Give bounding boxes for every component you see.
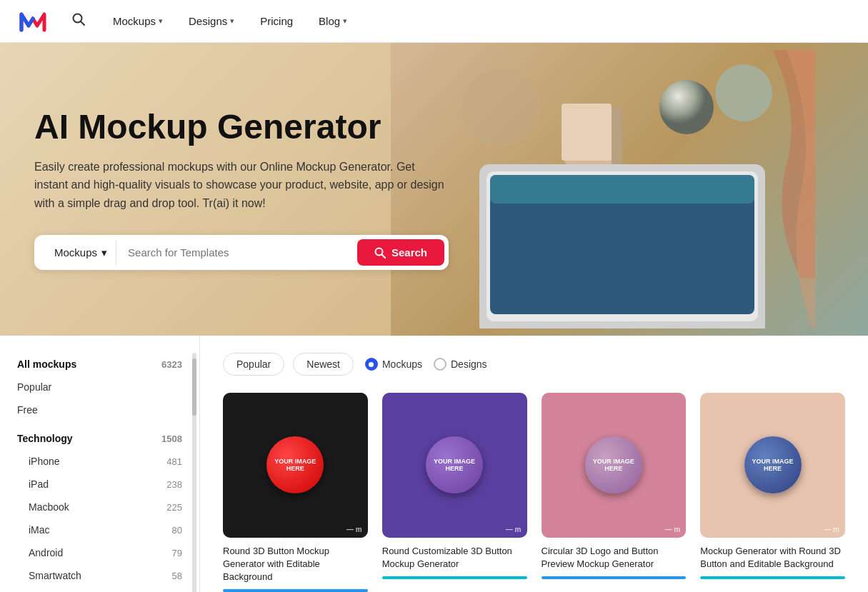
button-3d-container: YOUR IMAGE HERE	[744, 436, 802, 493]
filter-bar: Popular Newest Mockups Designs	[223, 353, 845, 376]
sidebar-item-ipad[interactable]: iPad 238	[0, 473, 199, 496]
hero-section: AI Mockup Generator Easily create profes…	[0, 43, 868, 336]
sidebar-scrollbar[interactable]	[192, 353, 196, 592]
svg-line-1	[81, 21, 84, 25]
filter-mockups-radio[interactable]: Mockups	[365, 358, 422, 371]
svg-line-3	[381, 254, 385, 258]
nav-pricing[interactable]: Pricing	[250, 9, 303, 33]
mockups-radio-circle	[365, 358, 378, 371]
button-3d: YOUR IMAGE HERE	[585, 436, 642, 493]
button-3d-container: YOUR IMAGE HERE	[266, 436, 324, 493]
search-button[interactable]: Search	[357, 239, 444, 266]
sidebar-item-android[interactable]: Android 79	[0, 541, 199, 564]
sidebar-scrollthumb	[192, 358, 196, 416]
watermark: — m	[824, 526, 839, 533]
template-action-bar	[700, 576, 845, 579]
svg-point-4	[462, 68, 540, 146]
sidebar-item-all-mockups[interactable]: All mockups 6323	[0, 353, 199, 376]
designs-chevron-icon: ▾	[230, 16, 234, 26]
template-name: Mockup Generator with Round 3D Button an…	[700, 545, 845, 571]
svg-rect-12	[562, 104, 612, 161]
hero-image	[391, 43, 868, 336]
main-content: All mockups 6323 Popular Free Technology…	[0, 336, 868, 592]
svg-point-14	[659, 80, 714, 134]
hero-description: Easily create professional mockups with …	[34, 158, 449, 213]
svg-rect-11	[565, 107, 615, 164]
template-thumbnail: YOUR IMAGE HERE — m	[223, 393, 368, 538]
filter-radio-group: Mockups Designs	[365, 358, 487, 371]
template-thumbnail: YOUR IMAGE HERE — m	[382, 393, 527, 538]
templates-area: Popular Newest Mockups Designs YOUR IMAG…	[200, 336, 868, 592]
button-3d-container: YOUR IMAGE HERE	[585, 436, 642, 493]
sidebar-item-smartwatch[interactable]: Smartwatch 58	[0, 564, 199, 587]
nav-search-icon[interactable]	[71, 12, 86, 30]
dropdown-chevron-icon: ▾	[101, 246, 107, 259]
template-action-bar	[223, 589, 368, 592]
watermark: — m	[665, 526, 681, 533]
button-3d: YOUR IMAGE HERE	[744, 436, 802, 493]
filter-popular[interactable]: Popular	[223, 353, 284, 376]
template-name: Circular 3D Logo and Button Preview Mock…	[542, 545, 687, 571]
svg-rect-13	[612, 107, 622, 164]
filter-designs-radio[interactable]: Designs	[434, 358, 487, 371]
nav-mockups[interactable]: Mockups ▾	[103, 9, 173, 33]
hero-content: AI Mockup Generator Easily create profes…	[34, 109, 449, 271]
template-card[interactable]: YOUR IMAGE HERE — m Round 3D Button Mock…	[223, 393, 368, 592]
nav-designs[interactable]: Designs ▾	[179, 9, 244, 33]
template-card[interactable]: YOUR IMAGE HERE — m Mockup Generator wit…	[700, 393, 845, 592]
template-thumbnail: YOUR IMAGE HERE — m	[542, 393, 687, 538]
svg-rect-6	[479, 164, 765, 328]
watermark: — m	[346, 526, 362, 533]
svg-rect-9	[490, 175, 754, 204]
templates-grid: YOUR IMAGE HERE — m Round 3D Button Mock…	[223, 393, 845, 592]
sidebar-item-popular[interactable]: Popular	[0, 376, 199, 398]
hero-title: AI Mockup Generator	[34, 109, 449, 146]
filter-newest[interactable]: Newest	[293, 353, 354, 376]
sidebar-item-technology[interactable]: Technology 1508	[0, 427, 199, 450]
logo-icon	[17, 6, 49, 37]
watermark: — m	[506, 526, 522, 533]
nav-links: Mockups ▾ Designs ▾ Pricing Blog ▾	[103, 9, 357, 33]
hero-laptop-svg	[444, 50, 815, 328]
search-bar: Mockups ▾ Search	[34, 235, 449, 270]
svg-point-5	[715, 64, 772, 121]
sidebar-item-iphone[interactable]: iPhone 481	[0, 450, 199, 473]
search-btn-icon	[374, 247, 386, 259]
navbar: Mockups ▾ Designs ▾ Pricing Blog ▾	[0, 0, 868, 43]
search-input[interactable]	[116, 241, 357, 264]
template-action-bar	[382, 576, 527, 579]
template-card[interactable]: YOUR IMAGE HERE — m Circular 3D Logo and…	[542, 393, 687, 592]
sidebar: All mockups 6323 Popular Free Technology…	[0, 336, 200, 592]
template-action-bar	[542, 576, 687, 579]
nav-blog[interactable]: Blog ▾	[309, 9, 357, 33]
button-3d: YOUR IMAGE HERE	[266, 436, 324, 493]
search-dropdown-label: Mockups	[54, 246, 97, 259]
logo[interactable]	[17, 6, 49, 37]
sidebar-item-free[interactable]: Free	[0, 398, 199, 421]
button-3d: YOUR IMAGE HERE	[426, 436, 483, 493]
sidebar-item-macbook[interactable]: Macbook 225	[0, 496, 199, 518]
blog-chevron-icon: ▾	[343, 16, 347, 26]
template-thumbnail: YOUR IMAGE HERE — m	[700, 393, 845, 538]
svg-rect-7	[487, 171, 758, 321]
template-name: Round Customizable 3D Button Mockup Gene…	[382, 545, 527, 571]
svg-rect-8	[490, 175, 754, 314]
sidebar-item-imac[interactable]: iMac 80	[0, 518, 199, 541]
designs-radio-circle	[434, 358, 447, 371]
mockups-chevron-icon: ▾	[159, 16, 163, 26]
template-card[interactable]: YOUR IMAGE HERE — m Round Customizable 3…	[382, 393, 527, 592]
search-category-dropdown[interactable]: Mockups ▾	[46, 241, 116, 265]
button-3d-container: YOUR IMAGE HERE	[426, 436, 483, 493]
template-name: Round 3D Button Mockup Generator with Ed…	[223, 545, 368, 584]
